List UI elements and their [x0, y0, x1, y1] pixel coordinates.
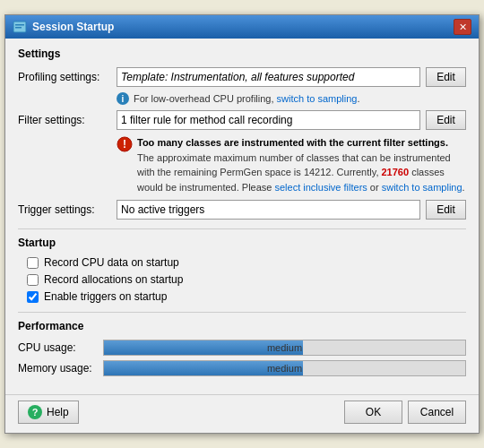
- record-cpu-checkbox[interactable]: [27, 257, 39, 269]
- filter-input[interactable]: [117, 110, 420, 130]
- cpu-usage-bar-label: medium: [104, 340, 465, 355]
- dialog-icon: [13, 20, 27, 34]
- memory-usage-bar-label: medium: [104, 361, 465, 375]
- startup-section: Startup Record CPU data on startup Recor…: [18, 237, 466, 303]
- title-bar-left: Session Startup: [13, 20, 114, 34]
- profiling-info-text: For low-overhead CPU profiling, switch t…: [134, 93, 360, 104]
- memory-usage-label: Memory usage:: [18, 362, 103, 375]
- dialog-title: Session Startup: [32, 21, 114, 33]
- cpu-usage-row: CPU usage: medium: [18, 340, 466, 356]
- info-icon: i: [117, 92, 129, 105]
- close-button[interactable]: ✕: [454, 19, 471, 35]
- help-button[interactable]: ? Help: [18, 401, 79, 424]
- filter-row: Filter settings: Edit: [18, 110, 466, 130]
- cpu-usage-label: CPU usage:: [18, 341, 103, 354]
- settings-section: Settings Profiling settings: Edit i For …: [18, 47, 466, 220]
- dialog-body: Settings Profiling settings: Edit i For …: [5, 39, 479, 394]
- filter-field: Edit: [117, 110, 466, 130]
- trigger-field: Edit: [117, 200, 466, 220]
- svg-text:!: !: [123, 138, 126, 151]
- ok-button[interactable]: OK: [344, 401, 402, 424]
- filter-edit-button[interactable]: Edit: [426, 110, 466, 130]
- startup-label: Startup: [18, 237, 466, 249]
- memory-usage-row: Memory usage: medium: [18, 360, 466, 376]
- trigger-label: Trigger settings:: [18, 203, 117, 216]
- memory-usage-bar[interactable]: medium: [103, 360, 466, 376]
- filter-switch-to-sampling-link[interactable]: switch to sampling: [382, 182, 462, 193]
- trigger-input[interactable]: [117, 200, 420, 220]
- filter-label: Filter settings:: [18, 114, 117, 126]
- svg-rect-2: [15, 27, 22, 29]
- select-inclusive-filters-link[interactable]: select inclusive filters: [274, 182, 367, 193]
- record-cpu-label: Record CPU data on startup: [44, 256, 179, 269]
- profiling-edit-button[interactable]: Edit: [426, 67, 466, 87]
- svg-rect-1: [15, 24, 24, 26]
- profiling-info-row: i For low-overhead CPU profiling, switch…: [117, 92, 466, 105]
- enable-triggers-label: Enable triggers on startup: [44, 290, 167, 303]
- record-allocations-checkbox[interactable]: [27, 274, 39, 286]
- settings-label: Settings: [18, 47, 466, 60]
- profiling-label: Profiling settings:: [18, 71, 117, 83]
- enable-triggers-checkbox[interactable]: [27, 291, 39, 303]
- filter-warning-row: ! Too many classes are instrumented with…: [117, 135, 466, 194]
- startup-checkbox-row-1: Record allocations on startup: [27, 273, 466, 286]
- cpu-usage-bar[interactable]: medium: [103, 340, 466, 356]
- title-bar: Session Startup ✕: [5, 15, 479, 39]
- warning-icon: !: [117, 136, 133, 152]
- footer-left: ? Help: [18, 401, 79, 424]
- startup-checkbox-row-0: Record CPU data on startup: [27, 256, 466, 269]
- help-icon: ?: [28, 405, 42, 419]
- trigger-row: Trigger settings: Edit: [18, 200, 466, 220]
- help-label: Help: [47, 406, 69, 418]
- record-allocations-label: Record allocations on startup: [44, 273, 183, 286]
- divider-2: [18, 312, 466, 313]
- footer-right: OK Cancel: [344, 401, 466, 424]
- profiling-field: Edit: [117, 67, 466, 87]
- switch-to-sampling-link[interactable]: switch to sampling: [277, 93, 358, 104]
- cancel-button[interactable]: Cancel: [408, 401, 466, 424]
- filter-warning-text: Too many classes are instrumented with t…: [137, 135, 466, 194]
- performance-section: Performance CPU usage: medium Memory usa…: [18, 320, 466, 376]
- divider-1: [18, 228, 466, 229]
- dialog-footer: ? Help OK Cancel: [5, 394, 479, 433]
- performance-label: Performance: [18, 320, 466, 332]
- startup-checkbox-row-2: Enable triggers on startup: [27, 290, 466, 303]
- session-startup-dialog: Session Startup ✕ Settings Profiling set…: [4, 14, 480, 434]
- trigger-edit-button[interactable]: Edit: [426, 200, 466, 220]
- profiling-input[interactable]: [117, 67, 420, 87]
- profiling-row: Profiling settings: Edit: [18, 67, 466, 87]
